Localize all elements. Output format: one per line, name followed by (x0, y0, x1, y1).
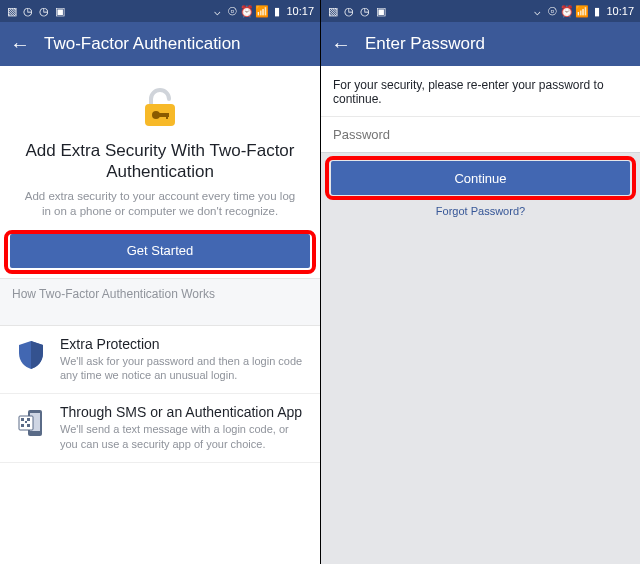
svg-rect-9 (21, 424, 24, 427)
clock-icon: ◷ (22, 5, 34, 17)
battery-icon: ▮ (271, 5, 283, 17)
appbar-title: Enter Password (365, 34, 485, 54)
back-arrow-icon[interactable]: ← (331, 34, 351, 54)
item-desc: We'll ask for your password and then a l… (60, 354, 308, 384)
app-bar: ← Two-Factor Authentication (0, 22, 320, 66)
hero-title: Add Extra Security With Two-Factor Authe… (16, 140, 304, 183)
signal-icon: 📶 (256, 5, 268, 17)
svg-rect-11 (27, 424, 30, 427)
battery-icon: ▮ (591, 5, 603, 17)
hero-section: Add Extra Security With Two-Factor Authe… (0, 66, 320, 226)
info-item-sms-app: Through SMS or an Authentication App We'… (0, 394, 320, 463)
status-bar: ▧ ◷ ◷ ▣ ⌵ ⦾ ⏰ 📶 ▮ 10:17 (321, 0, 640, 22)
alarm-icon: ⏰ (561, 5, 573, 17)
item-title: Through SMS or an Authentication App (60, 404, 308, 420)
svg-point-1 (152, 111, 160, 119)
info-item-extra-protection: Extra Protection We'll ask for your pass… (0, 326, 320, 395)
alarm-icon: ⏰ (241, 5, 253, 17)
signal-icon: 📶 (576, 5, 588, 17)
password-input[interactable] (321, 116, 640, 152)
security-message: For your security, please re-enter your … (321, 66, 640, 116)
back-arrow-icon[interactable]: ← (10, 34, 30, 54)
map-icon: ▣ (375, 5, 387, 17)
bluetooth-icon: ⌵ (531, 5, 543, 17)
forgot-password-link[interactable]: Forgot Password? (321, 199, 640, 223)
status-bar: ▧ ◷ ◷ ▣ ⌵ ⦾ ⏰ 📶 ▮ 10:17 (0, 0, 320, 22)
clock-icon: ◷ (359, 5, 371, 17)
continue-button[interactable]: Continue (331, 161, 630, 195)
app-bar: ← Enter Password (321, 22, 640, 66)
status-time: 10:17 (286, 5, 314, 17)
lock-key-icon (137, 84, 183, 130)
svg-rect-10 (25, 421, 27, 423)
image-icon: ▧ (327, 5, 339, 17)
password-card: For your security, please re-enter your … (321, 66, 640, 153)
hero-description: Add extra security to your account every… (16, 189, 304, 220)
status-time: 10:17 (606, 5, 634, 17)
vibrate-icon: ⦾ (546, 5, 558, 17)
section-label: How Two-Factor Authentication Works (0, 278, 320, 326)
appbar-title: Two-Factor Authentication (44, 34, 241, 54)
svg-rect-3 (166, 113, 168, 119)
item-title: Extra Protection (60, 336, 308, 352)
get-started-button[interactable]: Get Started (10, 234, 310, 268)
item-desc: We'll send a text message with a login c… (60, 422, 308, 452)
phone-qr-icon (12, 404, 50, 442)
vibrate-icon: ⦾ (226, 5, 238, 17)
image-icon: ▧ (6, 5, 18, 17)
svg-rect-7 (21, 418, 24, 421)
screen-two-factor: ▧ ◷ ◷ ▣ ⌵ ⦾ ⏰ 📶 ▮ 10:17 ← Two-Factor Aut… (0, 0, 320, 564)
bluetooth-icon: ⌵ (211, 5, 223, 17)
shield-icon (12, 336, 50, 374)
svg-rect-8 (27, 418, 30, 421)
clock-icon: ◷ (343, 5, 355, 17)
screen-enter-password: ▧ ◷ ◷ ▣ ⌵ ⦾ ⏰ 📶 ▮ 10:17 ← Enter Password… (320, 0, 640, 564)
map-icon: ▣ (54, 5, 66, 17)
clock-icon: ◷ (38, 5, 50, 17)
